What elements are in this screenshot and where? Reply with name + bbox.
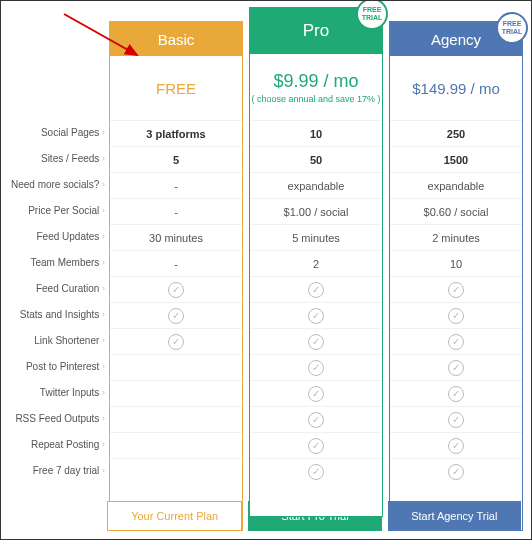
chevron-right-icon: › [102, 258, 105, 267]
chevron-right-icon: › [102, 388, 105, 397]
feature-cell: ✓ [390, 354, 522, 380]
feature-label[interactable]: RSS Feed Outputs› [9, 405, 109, 431]
check-icon: ✓ [448, 386, 464, 402]
feature-cell [110, 458, 242, 484]
feature-cell: 10 [390, 250, 522, 276]
feature-cell [110, 406, 242, 432]
feature-label-text: Social Pages [41, 127, 99, 138]
plan-basic: Basic FREE 3 platforms5--30 minutes-✓✓✓ [109, 21, 243, 531]
feature-cell: expandable [390, 172, 522, 198]
feature-cell: ✓ [250, 432, 382, 458]
feature-cell: 3 platforms [110, 120, 242, 146]
feature-cell: - [110, 172, 242, 198]
plan-agency-price: $149.99 / mo [412, 80, 500, 97]
feature-cell: 250 [390, 120, 522, 146]
feature-cell: 5 minutes [250, 224, 382, 250]
chevron-right-icon: › [102, 336, 105, 345]
feature-cell: ✓ [110, 328, 242, 354]
plan-basic-cells: 3 platforms5--30 minutes-✓✓✓ [110, 120, 242, 530]
start-agency-trial-button[interactable]: Start Agency Trial [388, 501, 521, 531]
feature-cell: ✓ [250, 328, 382, 354]
feature-label[interactable]: Sites / Feeds› [9, 145, 109, 171]
feature-label[interactable]: Team Members› [9, 249, 109, 275]
feature-label[interactable]: Feed Updates› [9, 223, 109, 249]
feature-label[interactable]: Twitter Inputs› [9, 379, 109, 405]
feature-label-text: Link Shortener [34, 335, 99, 346]
check-icon: ✓ [308, 412, 324, 428]
plan-pro-price-area: $9.99 / mo ( choose annual and save 17% … [250, 54, 382, 120]
plans-row: Basic FREE 3 platforms5--30 minutes-✓✓✓ … [109, 21, 523, 531]
feature-label[interactable]: Link Shortener› [9, 327, 109, 353]
feature-labels: Social Pages›Sites / Feeds›Need more soc… [9, 119, 109, 531]
chevron-right-icon: › [102, 232, 105, 241]
free-trial-badge: FREE TRIAL [356, 0, 388, 30]
feature-cell [110, 432, 242, 458]
current-plan-button[interactable]: Your Current Plan [107, 501, 242, 531]
feature-cell: ✓ [390, 276, 522, 302]
feature-cell: ✓ [250, 458, 382, 484]
check-icon: ✓ [308, 308, 324, 324]
feature-cell: 10 [250, 120, 382, 146]
feature-cell: 5 [110, 146, 242, 172]
plan-agency-header: FREE TRIAL Agency [390, 22, 522, 56]
chevron-right-icon: › [102, 440, 105, 449]
plan-pro-price: $9.99 / mo [273, 71, 358, 92]
feature-label-text: Feed Curation [36, 283, 99, 294]
check-icon: ✓ [448, 412, 464, 428]
check-icon: ✓ [308, 464, 324, 480]
feature-label[interactable]: Social Pages› [9, 119, 109, 145]
chevron-right-icon: › [102, 154, 105, 163]
plan-pro: FREE TRIAL Pro $9.99 / mo ( choose annua… [249, 7, 383, 517]
feature-label[interactable]: Free 7 day trial› [9, 457, 109, 483]
feature-label-text: Feed Updates [37, 231, 100, 242]
check-icon: ✓ [448, 282, 464, 298]
chevron-right-icon: › [102, 362, 105, 371]
check-icon: ✓ [308, 282, 324, 298]
check-icon: ✓ [448, 334, 464, 350]
feature-label-text: Need more socials? [11, 179, 99, 190]
plan-agency-price-area: $149.99 / mo [390, 56, 522, 120]
plan-pro-header: FREE TRIAL Pro [250, 8, 382, 54]
feature-label-text: Free 7 day trial [33, 465, 100, 476]
feature-label[interactable]: Repeat Posting› [9, 431, 109, 457]
chevron-right-icon: › [102, 310, 105, 319]
feature-label-text: RSS Feed Outputs [15, 413, 99, 424]
feature-label[interactable]: Price Per Social› [9, 197, 109, 223]
feature-label-text: Price Per Social [28, 205, 99, 216]
check-icon: ✓ [448, 360, 464, 376]
feature-label-text: Stats and Insights [20, 309, 100, 320]
feature-label-text: Team Members [30, 257, 99, 268]
feature-cell: ✓ [390, 380, 522, 406]
feature-label[interactable]: Post to Pinterest› [9, 353, 109, 379]
check-icon: ✓ [168, 334, 184, 350]
feature-label[interactable]: Feed Curation› [9, 275, 109, 301]
feature-cell: ✓ [390, 328, 522, 354]
check-icon: ✓ [168, 282, 184, 298]
feature-label[interactable]: Stats and Insights› [9, 301, 109, 327]
plan-agency: FREE TRIAL Agency $149.99 / mo 2501500ex… [389, 21, 523, 531]
feature-cell: 1500 [390, 146, 522, 172]
feature-label[interactable]: Need more socials?› [9, 171, 109, 197]
feature-cell: ✓ [390, 302, 522, 328]
plan-basic-name: Basic [158, 31, 195, 48]
feature-cell: ✓ [110, 302, 242, 328]
chevron-right-icon: › [102, 284, 105, 293]
feature-cell: ✓ [390, 458, 522, 484]
feature-cell [110, 380, 242, 406]
feature-label-text: Twitter Inputs [40, 387, 99, 398]
feature-cell: ✓ [250, 302, 382, 328]
plan-agency-name: Agency [431, 31, 481, 48]
feature-label-text: Sites / Feeds [41, 153, 99, 164]
feature-cell: ✓ [250, 406, 382, 432]
plan-pro-cells: 1050expandable$1.00 / social5 minutes2✓✓… [250, 120, 382, 516]
check-icon: ✓ [308, 334, 324, 350]
check-icon: ✓ [168, 308, 184, 324]
plan-basic-header: Basic [110, 22, 242, 56]
plan-basic-price: FREE [156, 80, 196, 97]
feature-cell: 2 [250, 250, 382, 276]
chevron-right-icon: › [102, 128, 105, 137]
feature-cell: 2 minutes [390, 224, 522, 250]
plan-agency-cells: 2501500expandable$0.60 / social2 minutes… [390, 120, 522, 530]
feature-label-text: Post to Pinterest [26, 361, 99, 372]
chevron-right-icon: › [102, 414, 105, 423]
